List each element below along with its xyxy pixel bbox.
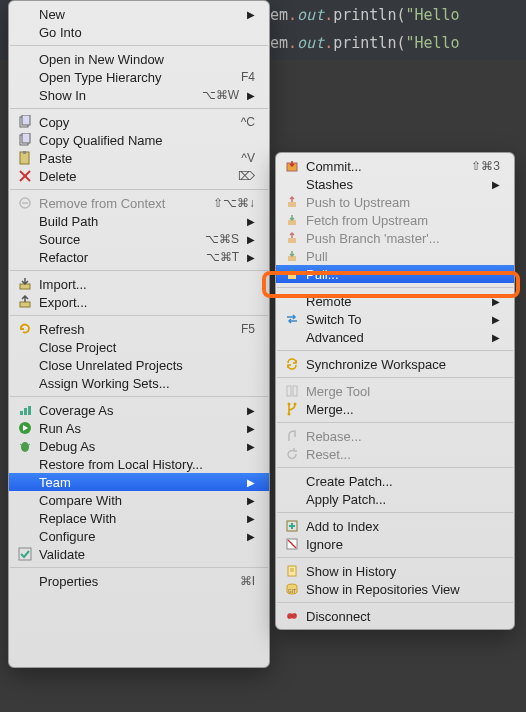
menu-assign-working-sets[interactable]: Assign Working Sets... — [9, 374, 269, 392]
accelerator: F4 — [241, 70, 255, 84]
menu-label: Restore from Local History... — [39, 457, 255, 472]
menu-close-project[interactable]: Close Project — [9, 338, 269, 356]
separator — [10, 189, 268, 190]
separator — [277, 557, 513, 558]
svg-rect-27 — [293, 386, 297, 396]
submenu-arrow-icon: ▶ — [247, 405, 255, 416]
menu-label: Push Branch 'master'... — [306, 231, 500, 246]
menu-show-history[interactable]: Show in History — [276, 562, 514, 580]
accelerator: ^V — [241, 151, 255, 165]
menu-label: Go Into — [39, 25, 255, 40]
menu-label: Delete — [39, 169, 230, 184]
commit-icon — [284, 158, 300, 174]
menu-merge[interactable]: Merge... — [276, 400, 514, 418]
menu-stashes[interactable]: Stashes ▶ — [276, 175, 514, 193]
menu-debug-as[interactable]: Debug As ▶ — [9, 437, 269, 455]
menu-copy-qualified[interactable]: Copy Qualified Name — [9, 131, 269, 149]
spacer-icon — [17, 573, 33, 589]
separator — [277, 467, 513, 468]
menu-new[interactable]: New ▶ — [9, 5, 269, 23]
menu-label: Validate — [39, 547, 255, 562]
menu-label: Import... — [39, 277, 255, 292]
menu-label: Add to Index — [306, 519, 500, 534]
spacer-icon — [17, 339, 33, 355]
separator — [10, 270, 268, 271]
menu-label: Synchronize Workspace — [306, 357, 500, 372]
menu-merge-tool: Merge Tool — [276, 382, 514, 400]
menu-open-type-hierarchy[interactable]: Open Type Hierarchy F4 — [9, 68, 269, 86]
menu-disconnect[interactable]: Disconnect — [276, 607, 514, 625]
rebase-icon — [284, 428, 300, 444]
menu-synchronize-workspace[interactable]: Synchronize Workspace — [276, 355, 514, 373]
menu-replace-with[interactable]: Replace With ▶ — [9, 509, 269, 527]
menu-close-unrelated[interactable]: Close Unrelated Projects — [9, 356, 269, 374]
menu-show-in[interactable]: Show In ⌥⌘W ▶ — [9, 86, 269, 104]
spacer-icon — [284, 293, 300, 309]
menu-import[interactable]: Import... — [9, 275, 269, 293]
menu-build-path[interactable]: Build Path ▶ — [9, 212, 269, 230]
submenu-arrow-icon: ▶ — [247, 477, 255, 488]
menu-add-to-index[interactable]: Add to Index — [276, 517, 514, 535]
separator — [277, 512, 513, 513]
menu-refactor[interactable]: Refactor ⌥⌘T ▶ — [9, 248, 269, 266]
menu-restore-history[interactable]: Restore from Local History... — [9, 455, 269, 473]
history-icon — [284, 563, 300, 579]
accelerator: ⌥⌘S — [205, 232, 239, 246]
menu-label: Advanced — [306, 330, 484, 345]
menu-validate[interactable]: Validate — [9, 545, 269, 563]
menu-coverage-as[interactable]: Coverage As ▶ — [9, 401, 269, 419]
submenu-arrow-icon: ▶ — [492, 332, 500, 343]
menu-pull-dialog[interactable]: Pull... — [276, 265, 514, 283]
menu-paste[interactable]: Paste ^V — [9, 149, 269, 167]
menu-label: Run As — [39, 421, 239, 436]
menu-apply-patch[interactable]: Apply Patch... — [276, 490, 514, 508]
menu-ignore[interactable]: Ignore — [276, 535, 514, 553]
accelerator: ⌥⌘W — [202, 88, 239, 102]
menu-export[interactable]: Export... — [9, 293, 269, 311]
svg-rect-21 — [288, 202, 296, 207]
menu-copy[interactable]: Copy ^C — [9, 113, 269, 131]
menu-label: Remote — [306, 294, 484, 309]
menu-commit[interactable]: Commit... ⇧⌘3 — [276, 157, 514, 175]
svg-rect-19 — [19, 548, 31, 560]
menu-refresh[interactable]: Refresh F5 — [9, 320, 269, 338]
disconnect-icon — [284, 608, 300, 624]
menu-configure[interactable]: Configure ▶ — [9, 527, 269, 545]
menu-pull: Pull — [276, 247, 514, 265]
separator — [277, 287, 513, 288]
separator — [10, 45, 268, 46]
menu-label: Coverage As — [39, 403, 239, 418]
spacer-icon — [284, 329, 300, 345]
menu-properties[interactable]: Properties ⌘I — [9, 572, 269, 590]
import-icon — [17, 276, 33, 292]
merge-icon — [284, 401, 300, 417]
paste-icon — [17, 150, 33, 166]
delete-icon — [17, 168, 33, 184]
menu-open-new-window[interactable]: Open in New Window — [9, 50, 269, 68]
separator — [10, 567, 268, 568]
ignore-icon — [284, 536, 300, 552]
accelerator: ⌥⌘T — [206, 250, 239, 264]
svg-rect-11 — [20, 302, 30, 307]
menu-go-into[interactable]: Go Into — [9, 23, 269, 41]
svg-rect-23 — [288, 238, 296, 243]
menu-compare-with[interactable]: Compare With ▶ — [9, 491, 269, 509]
menu-team[interactable]: Team ▶ — [9, 473, 269, 491]
separator — [277, 422, 513, 423]
menu-remote[interactable]: Remote ▶ — [276, 292, 514, 310]
spacer-icon — [17, 24, 33, 40]
menu-advanced[interactable]: Advanced ▶ — [276, 328, 514, 346]
menu-show-repositories[interactable]: GIT Show in Repositories View — [276, 580, 514, 598]
repositories-icon: GIT — [284, 581, 300, 597]
accelerator: F5 — [241, 322, 255, 336]
menu-label: Show In — [39, 88, 194, 103]
menu-source[interactable]: Source ⌥⌘S ▶ — [9, 230, 269, 248]
menu-run-as[interactable]: Run As ▶ — [9, 419, 269, 437]
menu-create-patch[interactable]: Create Patch... — [276, 472, 514, 490]
menu-switch-to[interactable]: Switch To ▶ — [276, 310, 514, 328]
menu-delete[interactable]: Delete ⌦ — [9, 167, 269, 185]
menu-label: Team — [39, 475, 239, 490]
menu-label: Open Type Hierarchy — [39, 70, 233, 85]
context-menu: New ▶ Go Into Open in New Window Open Ty… — [8, 0, 270, 668]
menu-label: Debug As — [39, 439, 239, 454]
